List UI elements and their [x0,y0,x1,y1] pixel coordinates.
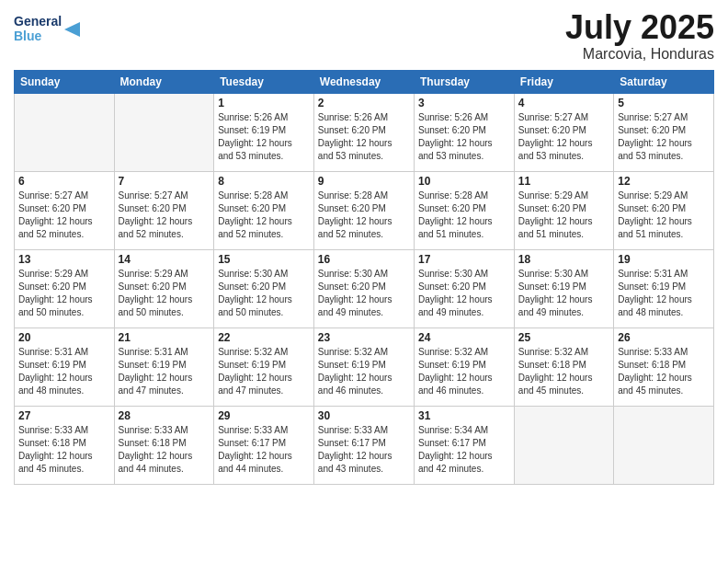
day-info: Sunrise: 5:28 AM Sunset: 6:20 PM Dayligh… [218,190,310,241]
day-number: 22 [218,331,310,344]
week-row-3: 13Sunrise: 5:29 AM Sunset: 6:20 PM Dayli… [15,249,714,327]
day-number: 17 [418,253,510,266]
day-number: 1 [218,97,310,109]
header-thursday: Thursday [415,70,515,93]
day-info: Sunrise: 5:33 AM Sunset: 6:17 PM Dayligh… [318,424,410,476]
day-info: Sunrise: 5:33 AM Sunset: 6:18 PM Dayligh… [18,424,110,476]
calendar-cell: 2Sunrise: 5:26 AM Sunset: 6:20 PM Daylig… [313,93,414,171]
day-number: 20 [18,331,110,344]
day-number: 28 [119,409,210,422]
calendar-cell: 30Sunrise: 5:33 AM Sunset: 6:17 PM Dayli… [313,406,414,484]
day-number: 14 [119,253,210,266]
day-number: 13 [18,253,110,266]
calendar-cell: 12Sunrise: 5:29 AM Sunset: 6:20 PM Dayli… [614,171,714,249]
calendar-cell [114,93,214,171]
day-number: 6 [18,175,110,188]
day-info: Sunrise: 5:27 AM Sunset: 6:20 PM Dayligh… [518,111,609,163]
calendar-cell: 9Sunrise: 5:28 AM Sunset: 6:20 PM Daylig… [313,171,414,249]
day-number: 25 [518,331,609,344]
calendar-cell: 27Sunrise: 5:33 AM Sunset: 6:18 PM Dayli… [15,406,115,484]
calendar-cell: 3Sunrise: 5:26 AM Sunset: 6:20 PM Daylig… [415,93,515,171]
day-number: 30 [318,409,410,422]
calendar-cell: 8Sunrise: 5:28 AM Sunset: 6:20 PM Daylig… [214,171,314,249]
day-info: Sunrise: 5:26 AM Sunset: 6:20 PM Dayligh… [318,111,410,163]
day-info: Sunrise: 5:29 AM Sunset: 6:20 PM Dayligh… [618,190,710,241]
day-info: Sunrise: 5:27 AM Sunset: 6:20 PM Dayligh… [618,111,710,163]
day-info: Sunrise: 5:31 AM Sunset: 6:19 PM Dayligh… [618,268,710,319]
day-number: 11 [518,175,609,188]
logo-icon: General Blue [14,9,87,44]
week-row-5: 27Sunrise: 5:33 AM Sunset: 6:18 PM Dayli… [15,406,714,484]
day-number: 26 [618,331,710,344]
calendar-cell: 17Sunrise: 5:30 AM Sunset: 6:20 PM Dayli… [415,249,515,327]
day-number: 31 [418,409,510,422]
day-number: 4 [518,97,609,109]
header-friday: Friday [514,70,613,93]
day-info: Sunrise: 5:29 AM Sunset: 6:20 PM Dayligh… [518,190,609,241]
calendar-cell: 29Sunrise: 5:33 AM Sunset: 6:17 PM Dayli… [214,406,314,484]
day-info: Sunrise: 5:28 AM Sunset: 6:20 PM Dayligh… [318,190,410,241]
calendar-cell [514,406,613,484]
calendar-cell: 4Sunrise: 5:27 AM Sunset: 6:20 PM Daylig… [514,93,613,171]
calendar-cell: 31Sunrise: 5:34 AM Sunset: 6:17 PM Dayli… [415,406,515,484]
header-saturday: Saturday [614,70,714,93]
week-row-2: 6Sunrise: 5:27 AM Sunset: 6:20 PM Daylig… [15,171,714,249]
day-number: 10 [418,175,510,188]
day-number: 3 [418,97,510,109]
calendar-cell: 18Sunrise: 5:30 AM Sunset: 6:19 PM Dayli… [514,249,613,327]
day-number: 5 [618,97,710,109]
calendar-cell: 7Sunrise: 5:27 AM Sunset: 6:20 PM Daylig… [114,171,214,249]
day-info: Sunrise: 5:32 AM Sunset: 6:18 PM Dayligh… [518,346,609,397]
day-number: 15 [218,253,310,266]
day-number: 2 [318,97,410,109]
day-info: Sunrise: 5:33 AM Sunset: 6:18 PM Dayligh… [119,424,210,476]
day-info: Sunrise: 5:34 AM Sunset: 6:17 PM Dayligh… [418,424,510,476]
location: Marcovia, Honduras [565,46,714,63]
day-number: 23 [318,331,410,344]
month-title: July 2025 [565,9,714,46]
calendar-cell: 26Sunrise: 5:33 AM Sunset: 6:18 PM Dayli… [614,327,714,406]
day-info: Sunrise: 5:27 AM Sunset: 6:20 PM Dayligh… [18,190,110,241]
day-info: Sunrise: 5:27 AM Sunset: 6:20 PM Dayligh… [119,190,210,241]
calendar-cell: 25Sunrise: 5:32 AM Sunset: 6:18 PM Dayli… [514,327,613,406]
calendar-cell: 23Sunrise: 5:32 AM Sunset: 6:19 PM Dayli… [313,327,414,406]
calendar-cell [15,93,115,171]
calendar-cell: 1Sunrise: 5:26 AM Sunset: 6:19 PM Daylig… [214,93,314,171]
week-row-1: 1Sunrise: 5:26 AM Sunset: 6:19 PM Daylig… [15,93,714,171]
day-info: Sunrise: 5:29 AM Sunset: 6:20 PM Dayligh… [18,268,110,319]
calendar-cell: 11Sunrise: 5:29 AM Sunset: 6:20 PM Dayli… [514,171,613,249]
calendar-cell: 16Sunrise: 5:30 AM Sunset: 6:20 PM Dayli… [313,249,414,327]
day-info: Sunrise: 5:32 AM Sunset: 6:19 PM Dayligh… [218,346,310,397]
page: General Blue July 2025 Marcovia, Hondura… [0,0,728,563]
svg-text:Blue: Blue [14,29,42,43]
calendar-cell: 19Sunrise: 5:31 AM Sunset: 6:19 PM Dayli… [614,249,714,327]
day-info: Sunrise: 5:32 AM Sunset: 6:19 PM Dayligh… [318,346,410,397]
day-info: Sunrise: 5:30 AM Sunset: 6:20 PM Dayligh… [218,268,310,319]
calendar-header-row: Sunday Monday Tuesday Wednesday Thursday… [15,70,714,93]
header-wednesday: Wednesday [313,70,414,93]
day-info: Sunrise: 5:30 AM Sunset: 6:20 PM Dayligh… [418,268,510,319]
header-tuesday: Tuesday [214,70,314,93]
day-info: Sunrise: 5:29 AM Sunset: 6:20 PM Dayligh… [119,268,210,319]
day-number: 29 [218,409,310,422]
calendar-cell: 5Sunrise: 5:27 AM Sunset: 6:20 PM Daylig… [614,93,714,171]
calendar-cell: 20Sunrise: 5:31 AM Sunset: 6:19 PM Dayli… [15,327,115,406]
calendar-cell: 28Sunrise: 5:33 AM Sunset: 6:18 PM Dayli… [114,406,214,484]
calendar-cell: 14Sunrise: 5:29 AM Sunset: 6:20 PM Dayli… [114,249,214,327]
calendar-cell: 10Sunrise: 5:28 AM Sunset: 6:20 PM Dayli… [415,171,515,249]
day-number: 18 [518,253,609,266]
day-number: 24 [418,331,510,344]
week-row-4: 20Sunrise: 5:31 AM Sunset: 6:19 PM Dayli… [15,327,714,406]
day-info: Sunrise: 5:31 AM Sunset: 6:19 PM Dayligh… [18,346,110,397]
day-info: Sunrise: 5:30 AM Sunset: 6:19 PM Dayligh… [518,268,609,319]
day-info: Sunrise: 5:26 AM Sunset: 6:19 PM Dayligh… [218,111,310,163]
day-number: 8 [218,175,310,188]
calendar-cell: 15Sunrise: 5:30 AM Sunset: 6:20 PM Dayli… [214,249,314,327]
calendar-cell: 24Sunrise: 5:32 AM Sunset: 6:19 PM Dayli… [415,327,515,406]
day-number: 27 [18,409,110,422]
header-sunday: Sunday [15,70,115,93]
day-number: 21 [119,331,210,344]
calendar-table: Sunday Monday Tuesday Wednesday Thursday… [14,70,714,485]
day-info: Sunrise: 5:31 AM Sunset: 6:19 PM Dayligh… [119,346,210,397]
logo: General Blue [14,9,87,44]
